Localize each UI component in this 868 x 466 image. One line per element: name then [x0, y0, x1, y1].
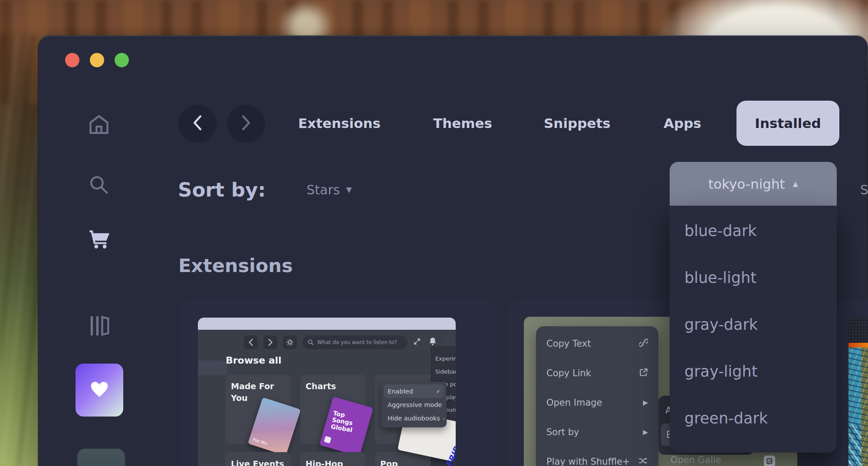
sort-select[interactable]: Stars ▼	[306, 182, 352, 197]
graffiti-dark-halftone	[848, 318, 868, 343]
back-button[interactable]	[178, 105, 217, 143]
ctx-item-sort-by: Sort by ▶	[536, 417, 658, 447]
cropped-edge-text: S	[860, 175, 868, 204]
minimize-button[interactable]	[90, 53, 104, 67]
album-cover-pop-mix: Pop Mix	[248, 397, 301, 456]
ctx-item-open-gallery-partial: Open Galle	[671, 455, 721, 465]
sidebar-item-playlist-hand[interactable]	[77, 449, 125, 466]
list-item: Experim	[435, 352, 456, 365]
tab-extensions[interactable]: Extensions	[298, 101, 381, 146]
chevron-down-icon: ▼	[346, 185, 352, 194]
menu-item-label: Sort by	[546, 427, 579, 437]
cover-label: Top Songs Global	[330, 410, 361, 435]
list-item: Sidebar	[435, 365, 456, 378]
tab-snippets[interactable]: Snippets	[544, 101, 611, 146]
ctx-item-copy-text: Copy Text	[536, 329, 658, 358]
mini-tile-row-2: Live Events Hip-Hop Pop	[226, 452, 440, 466]
scheme-selected-value: tokyo-night	[708, 176, 785, 192]
scheme-selected-button[interactable]: tokyo-night ▲	[670, 162, 837, 206]
tile-label: Charts	[306, 381, 336, 391]
tile-label: Pop	[380, 459, 398, 466]
sidebar-item-liked-songs[interactable]	[76, 364, 123, 417]
forward-button[interactable]	[227, 105, 265, 143]
scheme-option-gray-light[interactable]: gray-light	[670, 348, 837, 395]
tab-label: Extensions	[298, 115, 381, 131]
mini-forward-button	[263, 335, 277, 349]
tab-apps[interactable]: Apps	[664, 101, 701, 146]
external-link-icon	[639, 368, 648, 379]
tab-installed-active[interactable]: Installed	[736, 101, 839, 146]
zoom-button[interactable]	[115, 53, 129, 67]
sidebar-item-search[interactable]	[89, 174, 109, 195]
tile-label: Live Events	[231, 459, 284, 466]
option-label: green-dark	[684, 410, 768, 427]
graffiti-screenshot	[848, 318, 868, 466]
tab-themes[interactable]: Themes	[433, 101, 492, 146]
cover-label: FRIDAY	[443, 434, 456, 466]
tab-label: Apps	[664, 115, 701, 131]
link-icon	[639, 338, 648, 349]
scheme-option-blue-dark[interactable]: blue-dark	[670, 207, 837, 254]
menu-item-label: Copy Link	[546, 368, 591, 378]
tab-label: Snippets	[544, 115, 611, 131]
menu-item-hide-audiobooks: Hide audiobooks ✓	[384, 411, 444, 425]
home-icon	[88, 114, 110, 135]
spotify-screenshot: What do you want to listen to? Browse al…	[198, 318, 456, 466]
mini-topbar: What do you want to listen to?	[244, 335, 456, 349]
ctx-item-play-with-shuffle: Play with Shuffle+	[536, 447, 658, 466]
cover-label: Pop Mix	[252, 437, 268, 447]
extension-card-graffiti[interactable]	[837, 299, 868, 466]
search-icon	[89, 174, 109, 195]
sort-row: Sort by: Stars ▼	[178, 175, 352, 204]
caret-right-icon: ▶	[643, 428, 648, 436]
library-icon	[89, 314, 110, 338]
sort-value: Stars	[306, 182, 340, 197]
scheme-option-blue-light[interactable]: blue-light	[670, 254, 837, 301]
menu-item-enabled: Enabled ✓	[384, 384, 444, 398]
sidebar-item-marketplace[interactable]	[87, 228, 111, 252]
mini-tile-charts: Charts Top Songs Global	[300, 374, 365, 444]
graffiti-art	[848, 348, 868, 466]
mini-cropped-tile	[198, 361, 227, 375]
mini-tile-hip-hop: Hip-Hop	[300, 452, 365, 466]
app-window: Extensions Themes Snippets Apps Installe…	[38, 36, 868, 466]
mini-back-button	[244, 335, 258, 349]
sidebar-item-library[interactable]	[89, 314, 110, 338]
scheme-option-green-dark[interactable]: green-dark	[670, 395, 837, 442]
sidebar-item-home[interactable]	[88, 114, 110, 135]
option-label: gray-dark	[684, 316, 758, 333]
chevron-left-icon	[191, 115, 204, 133]
mini-search-bar: What do you want to listen to?	[302, 335, 408, 349]
graffiti-orange-stripe	[848, 343, 868, 348]
gear-icon	[283, 335, 297, 349]
theme-color-scheme-dropdown: tokyo-night ▲ blue-dark blue-light gray-…	[670, 162, 837, 453]
option-label: blue-light	[684, 269, 756, 286]
album-cover-top-songs-global: Top Songs Global	[319, 397, 373, 456]
menu-item-label: Open Image	[546, 397, 602, 408]
extension-card-preview[interactable]: What do you want to listen to? Browse al…	[180, 299, 495, 466]
chevron-up-icon: ▲	[793, 180, 798, 188]
menu-item-label: Aggressive mode	[388, 401, 442, 408]
shuffle-icon	[638, 456, 648, 466]
heart-icon	[89, 380, 109, 400]
sort-by-label: Sort by:	[178, 178, 266, 201]
chevron-right-icon	[240, 115, 253, 133]
window-controls	[65, 53, 129, 67]
caret-right-icon: ▶	[643, 399, 648, 407]
background-moss-texture	[0, 35, 39, 466]
scheme-option-gray-dark[interactable]: gray-dark	[670, 301, 837, 348]
menu-item-label: Hide audiobooks	[388, 415, 440, 422]
ctx-item-copy-link: Copy Link	[536, 358, 658, 388]
close-button[interactable]	[65, 53, 79, 67]
mini-tile-live-events: Live Events	[226, 452, 291, 466]
ctx-item-open-image: Open Image ▶	[536, 388, 658, 417]
check-icon: ✓	[443, 415, 444, 421]
tab-label: Themes	[433, 115, 492, 131]
option-label: gray-light	[684, 363, 757, 380]
tile-label: Hip-Hop	[306, 459, 343, 466]
mini-browse-all-heading: Browse all	[226, 355, 282, 366]
spotify-logo-tile	[324, 436, 331, 443]
scheme-options-panel: blue-dark blue-light gray-dark gray-ligh…	[670, 206, 837, 453]
resize-diagonal-icon	[413, 338, 421, 347]
option-label: blue-dark	[684, 222, 757, 240]
